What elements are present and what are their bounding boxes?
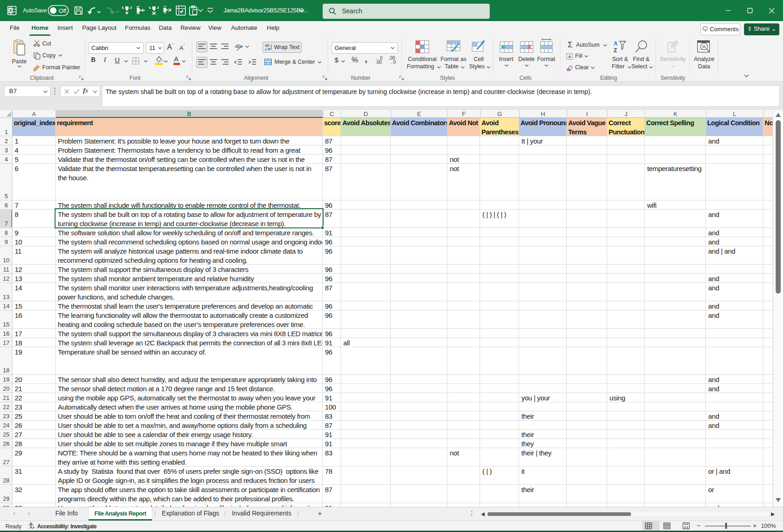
svg-text:X: X bbox=[9, 8, 12, 13]
svg-text:c: c bbox=[265, 47, 267, 51]
svg-text:Z: Z bbox=[614, 47, 617, 53]
svg-text:Off: Off bbox=[59, 8, 67, 14]
svg-text:A: A bbox=[614, 40, 618, 47]
